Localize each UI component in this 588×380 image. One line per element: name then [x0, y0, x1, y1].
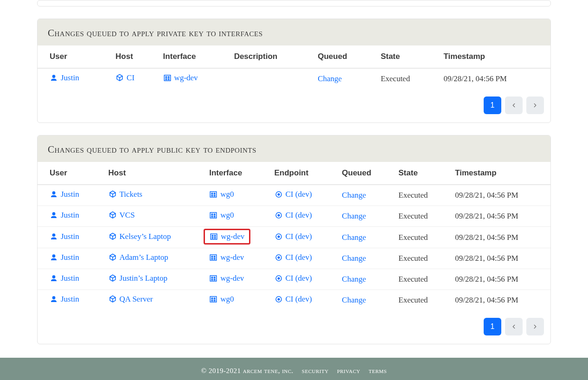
endpoint-link[interactable]: CI (dev) [275, 232, 312, 241]
col-interface: Interface [157, 45, 228, 68]
page-current[interactable]: 1 [484, 318, 501, 335]
table-private-key: User Host Interface Description Queued S… [38, 45, 550, 89]
footer-link-privacy[interactable]: privacy [337, 367, 360, 375]
table-public-key: User Host Interface Endpoint Queued Stat… [38, 162, 550, 310]
user-name: Justin [61, 274, 79, 283]
user-name: Justin [61, 295, 79, 304]
host-link[interactable]: Kelsey’s Laptop [109, 232, 171, 241]
panel-title: changes queued to apply public key to en… [38, 135, 550, 162]
radio-dot-icon [275, 295, 283, 303]
endpoint-link[interactable]: CI (dev) [275, 253, 312, 262]
host-name: Tickets [120, 190, 142, 199]
state-text: Executed [398, 191, 428, 200]
pagination-a: 1 [38, 89, 550, 122]
queued-change-link[interactable]: Change [318, 74, 342, 83]
table-row: Justin Kelsey’s Laptop wg-dev CI (dev) C… [38, 227, 550, 248]
user-link[interactable]: Justin [50, 295, 79, 304]
page-current[interactable]: 1 [484, 97, 501, 114]
table-row: Justin Justin’s Laptop wg-dev CI (dev) C… [38, 269, 550, 290]
page-next[interactable] [526, 97, 544, 114]
page-prev[interactable] [505, 318, 523, 335]
endpoint-name: CI (dev) [286, 253, 312, 262]
panel-private-key-interfaces: changes queued to apply private key to i… [37, 19, 551, 123]
cube-icon [115, 74, 124, 82]
svg-point-5 [277, 235, 280, 238]
endpoint-name: CI (dev) [286, 190, 312, 199]
host-link[interactable]: Adam’s Laptop [109, 253, 168, 262]
radio-dot-icon [275, 211, 283, 219]
user-link[interactable]: Justin [50, 73, 79, 83]
footer-link-security[interactable]: security [302, 367, 329, 375]
person-icon [50, 253, 58, 262]
user-link[interactable]: Justin [50, 253, 79, 262]
user-link[interactable]: Justin [50, 190, 79, 199]
cube-icon [109, 295, 117, 303]
col-queued: Queued [311, 45, 374, 68]
queued-change-link[interactable]: Change [342, 233, 366, 242]
interface-name: wg-dev [174, 73, 198, 83]
endpoint-link[interactable]: CI (dev) [275, 295, 312, 304]
interface-link[interactable]: wg-dev [209, 274, 244, 283]
interface-link[interactable]: wg0 [209, 295, 234, 304]
interface-link[interactable]: wg-dev [163, 73, 198, 83]
pagination-b: 1 [38, 310, 550, 344]
user-link[interactable]: Justin [50, 232, 79, 241]
page-prev[interactable] [505, 97, 523, 114]
interface-link-highlighted[interactable]: wg-dev [204, 229, 250, 245]
interface-link[interactable]: wg-dev [209, 253, 244, 262]
board-icon [209, 295, 217, 303]
person-icon [50, 232, 58, 241]
user-link[interactable]: Justin [50, 211, 79, 220]
chevron-right-icon [531, 101, 539, 109]
endpoint-link[interactable]: CI (dev) [275, 274, 312, 283]
user-name: Justin [61, 211, 79, 220]
svg-point-11 [277, 298, 280, 300]
cube-icon [109, 274, 117, 283]
host-name: QA Server [120, 295, 153, 304]
col-queued: Queued [335, 162, 392, 185]
state-text: Executed [398, 296, 428, 304]
endpoint-link[interactable]: CI (dev) [275, 190, 312, 199]
queued-change-link[interactable]: Change [342, 296, 366, 304]
radio-dot-icon [275, 253, 283, 262]
user-link[interactable]: Justin [50, 274, 79, 283]
svg-point-7 [277, 256, 280, 258]
queued-change-link[interactable]: Change [342, 254, 366, 263]
host-link[interactable]: Tickets [109, 190, 142, 199]
col-user: User [38, 162, 102, 185]
interface-link[interactable]: wg0 [209, 190, 234, 199]
board-icon [210, 232, 218, 241]
host-link[interactable]: VCS [109, 211, 135, 220]
user-name: Justin [61, 253, 79, 262]
col-state: State [392, 162, 448, 185]
cube-icon [109, 253, 117, 262]
footer: © 2019-2021 arcem tene, inc. security pr… [0, 358, 588, 380]
interface-name: wg-dev [221, 232, 244, 241]
person-icon [50, 190, 58, 199]
table-row: Justin VCS wg0 CI (dev) ChangeExecuted09… [38, 206, 550, 227]
endpoint-name: CI (dev) [286, 274, 312, 283]
footer-link-terms[interactable]: terms [369, 367, 387, 375]
endpoint-link[interactable]: CI (dev) [275, 211, 312, 220]
interface-name: wg0 [220, 211, 234, 220]
queued-change-link[interactable]: Change [342, 275, 366, 283]
state-text: Executed [398, 275, 428, 283]
col-host: Host [102, 162, 203, 185]
person-icon [50, 274, 58, 283]
table-row: Justin QA Server wg0 CI (dev) ChangeExec… [38, 290, 550, 311]
queued-change-link[interactable]: Change [342, 191, 366, 200]
page-next[interactable] [526, 318, 544, 335]
footer-copyright: © 2019-2021 arcem tene, inc. [201, 367, 294, 375]
host-link[interactable]: CI [115, 73, 134, 83]
table-row: Justin Tickets wg0 CI (dev) ChangeExecut… [38, 185, 550, 206]
panel-title: changes queued to apply private key to i… [38, 19, 550, 45]
chevron-right-icon [531, 322, 539, 331]
queued-change-link[interactable]: Change [342, 212, 366, 220]
radio-dot-icon [275, 190, 283, 199]
interface-name: wg0 [220, 190, 234, 199]
timestamp-text: 09/28/21, 04:56 PM [455, 254, 518, 263]
svg-point-3 [277, 214, 280, 216]
host-link[interactable]: QA Server [109, 295, 153, 304]
host-link[interactable]: Justin’s Laptop [109, 274, 167, 283]
interface-link[interactable]: wg0 [209, 211, 234, 220]
